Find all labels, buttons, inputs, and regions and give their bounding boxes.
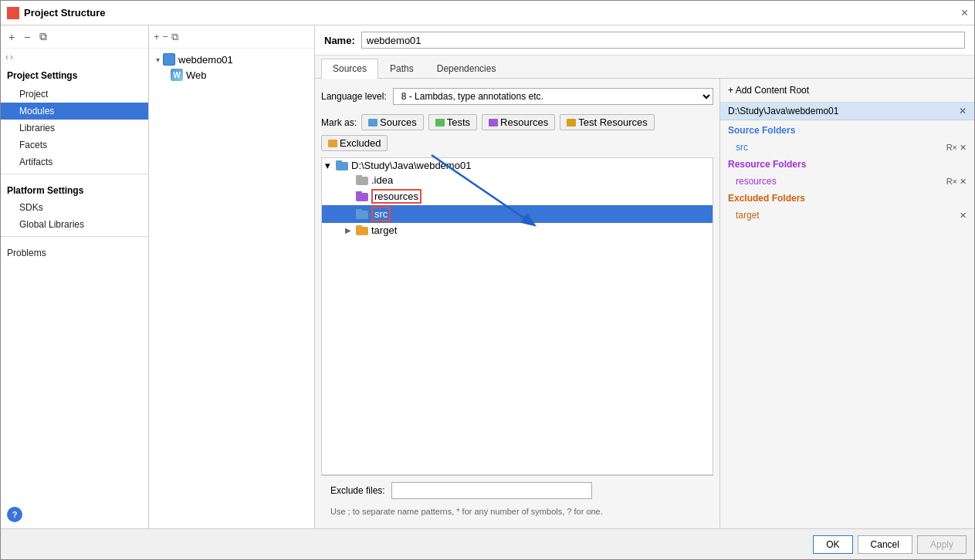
sidebar-help: ? (1, 501, 148, 528)
help-icon-button[interactable]: ? (7, 507, 22, 522)
target-toggle[interactable]: ▶ (345, 226, 356, 234)
nav-forward-button[interactable]: › (10, 52, 13, 62)
root-folder-row[interactable]: ▾ D:\Study\Java\webdemo01 (322, 158, 713, 173)
platform-settings-label: Platform Settings (1, 177, 148, 199)
language-level-row: Language level: 8 - Lambdas, type annota… (321, 85, 713, 111)
sidebar-item-problems[interactable]: Problems (1, 240, 148, 266)
resources-entry: resources R× ✕ (720, 174, 974, 188)
sidebar-item-sdks[interactable]: SDKs (1, 199, 148, 216)
mark-tests-label: Tests (447, 116, 470, 128)
close-button[interactable]: × (961, 7, 968, 19)
ok-button[interactable]: OK (813, 535, 852, 554)
tree-add-icon[interactable]: + (154, 31, 160, 42)
content-root-path-text: D:\Study\Java\webdemo01 (728, 106, 838, 116)
sidebar-item-project[interactable]: Project (1, 86, 148, 103)
mark-sources-label: Sources (380, 116, 417, 128)
close-content-root-button[interactable]: ✕ (959, 106, 967, 116)
root-toggle[interactable]: ▾ (325, 160, 336, 171)
dialog-title: Project Structure (24, 7, 105, 19)
resources-rx-button[interactable]: R× (946, 177, 957, 186)
language-level-select[interactable]: 8 - Lambdas, type annotations etc. (393, 88, 713, 105)
src-entry-actions: R× ✕ (946, 143, 967, 153)
sidebar-item-modules[interactable]: Modules (1, 103, 148, 120)
resources-folder-row[interactable]: resources (322, 187, 713, 205)
idea-folder-label: .idea (371, 174, 393, 186)
sidebar-toolbar: + − ⧉ (1, 25, 148, 49)
sources-btn-icon (368, 119, 377, 127)
add-content-root-button[interactable]: + Add Content Root (720, 79, 974, 103)
main-content: + − ⧉ ‹ › Project Settings Project Modul… (1, 25, 974, 528)
tree-remove-icon[interactable]: − (163, 31, 169, 42)
mark-excluded-button[interactable]: Excluded (321, 135, 388, 151)
nav-back-button[interactable]: ‹ (5, 52, 8, 62)
resources-close-button[interactable]: ✕ (960, 177, 967, 187)
nav-arrows: ‹ › (1, 49, 148, 66)
tab-dependencies[interactable]: Dependencies (425, 59, 508, 78)
src-folder-label: src (371, 207, 391, 221)
name-input[interactable] (361, 32, 965, 49)
sidebar-item-facets[interactable]: Facets (1, 137, 148, 153)
sidebar-item-libraries[interactable]: Libraries (1, 120, 148, 137)
resource-folders-header: Resource Folders (720, 154, 974, 174)
language-level-label: Language level: (321, 91, 387, 102)
mark-tests-button[interactable]: Tests (428, 114, 477, 130)
web-icon: W (171, 69, 183, 81)
mark-test-resources-button[interactable]: Test Resources (560, 114, 655, 130)
sidebar-divider (1, 174, 148, 174)
app-icon (7, 7, 19, 19)
resources-entry-label: resources (736, 176, 777, 187)
mark-sources-button[interactable]: Sources (361, 114, 424, 130)
bottom-bar: OK Cancel Apply (1, 528, 974, 559)
exclude-hint: Use ; to separate name patterns, * for a… (321, 505, 713, 522)
apply-button[interactable]: Apply (917, 535, 967, 554)
resources-btn-icon (489, 119, 498, 127)
tab-sources[interactable]: Sources (321, 59, 378, 79)
sidebar-item-global-libraries[interactable]: Global Libraries (1, 216, 148, 233)
src-rx-button[interactable]: R× (946, 143, 957, 152)
module-icon (163, 53, 175, 66)
module-tree-content: ▾ webdemo01 W Web (149, 49, 314, 528)
sidebar: + − ⧉ ‹ › Project Settings Project Modul… (1, 25, 149, 528)
target-folder-row[interactable]: ▶ target (322, 223, 713, 238)
mark-as-row: Mark as: Sources Tests Resources (321, 111, 713, 157)
sidebar-item-artifacts[interactable]: Artifacts (1, 153, 148, 170)
resources-entry-actions: R× ✕ (946, 177, 967, 187)
cancel-button[interactable]: Cancel (858, 535, 912, 554)
mark-resources-button[interactable]: Resources (482, 114, 555, 130)
src-close-button[interactable]: ✕ (960, 143, 967, 153)
tree-copy-icon[interactable]: ⧉ (171, 31, 178, 43)
copy-button[interactable]: ⧉ (36, 29, 50, 45)
module-tree-panel: + − ⧉ ▾ webdemo01 W Web (149, 25, 315, 528)
tree-root-item[interactable]: ▾ webdemo01 (149, 52, 314, 67)
add-button[interactable]: + (5, 29, 18, 45)
tree-web-item[interactable]: W Web (149, 67, 314, 83)
tree-toggle-root[interactable]: ▾ (152, 56, 163, 64)
remove-button[interactable]: − (21, 29, 33, 45)
sidebar-divider-2 (1, 236, 148, 237)
right-panel: Name: Sources Paths Dependencies Languag… (315, 25, 974, 528)
project-settings-label: Project Settings (1, 66, 148, 86)
root-folder-label: D:\Study\Java\webdemo01 (351, 160, 471, 171)
sources-panel: Language level: 8 - Lambdas, type annota… (315, 79, 719, 528)
exclude-files-input[interactable] (391, 482, 592, 499)
source-folders-header: Source Folders (720, 120, 974, 140)
resources-folder-label: resources (371, 189, 421, 204)
exclude-files-row: Exclude files: (321, 475, 713, 505)
title-bar: Project Structure × (1, 1, 974, 25)
excluded-btn-icon (328, 140, 337, 147)
tree-root-label: webdemo01 (178, 54, 233, 66)
idea-folder-row[interactable]: .idea (322, 173, 713, 187)
excluded-folders-header: Excluded Folders (720, 188, 974, 208)
target-close-button[interactable]: ✕ (960, 211, 967, 221)
content-root-path-row: D:\Study\Java\webdemo01 ✕ (720, 103, 974, 120)
test-res-btn-icon (567, 119, 576, 127)
src-folder-row[interactable]: src (322, 205, 713, 223)
target-entry-actions: ✕ (960, 211, 967, 221)
tests-btn-icon (435, 119, 445, 127)
tab-paths[interactable]: Paths (378, 59, 425, 78)
target-folder-label: target (371, 224, 397, 236)
tree-web-label: Web (186, 69, 207, 81)
info-panel: + Add Content Root D:\Study\Java\webdemo… (719, 79, 974, 528)
mark-as-label: Mark as: (321, 117, 357, 128)
mark-excluded-label: Excluded (340, 137, 381, 149)
